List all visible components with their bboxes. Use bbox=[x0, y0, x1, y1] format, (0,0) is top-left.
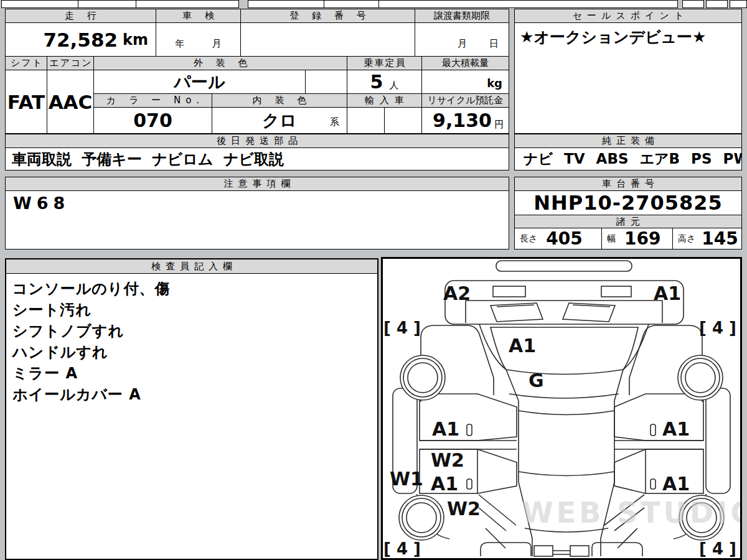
registration-header: 登 録 番 号 bbox=[240, 9, 415, 23]
damage-label: [ 4 ] bbox=[699, 320, 736, 336]
damage-label: A1 bbox=[662, 475, 690, 493]
inspector-note-line: ミラー A bbox=[12, 363, 371, 384]
aircon-header: エアコン bbox=[47, 56, 94, 70]
top-strip-cell bbox=[78, 0, 136, 8]
chassis-header: 車台番号 bbox=[514, 177, 742, 191]
inspector-note-line: ホイールカバー A bbox=[12, 384, 371, 405]
imported-header: 輸 入 車 bbox=[347, 93, 422, 108]
spec-length: 長さ405 bbox=[514, 228, 602, 250]
damage-label: W1 bbox=[390, 470, 423, 488]
color-no-header: カ ラ ー No. bbox=[93, 93, 212, 108]
interior-color-value: クロ 系 bbox=[212, 107, 347, 134]
top-strip-cell bbox=[706, 0, 728, 8]
max-load-header: 最大積載量 bbox=[421, 56, 509, 70]
shift-value: FAT bbox=[5, 70, 47, 134]
inspector-note-line: シート汚れ bbox=[12, 299, 371, 320]
chassis-value: NHP10-2705825 bbox=[514, 190, 742, 215]
shift-header: シフト bbox=[5, 56, 47, 70]
damage-label: G bbox=[529, 371, 544, 390]
notes-value: W68 bbox=[5, 190, 509, 250]
damage-label: W2 bbox=[447, 500, 481, 518]
top-strip-cell bbox=[730, 0, 747, 8]
sales-point-header: セールスポイント bbox=[514, 9, 742, 23]
top-strip-cell bbox=[682, 0, 704, 8]
inspector-note-line: コンソールのり付、傷 bbox=[12, 278, 371, 299]
car-diagram: WEB STUDIO.PRO bbox=[381, 257, 742, 560]
max-load-value: kg bbox=[421, 70, 509, 94]
inspector-notes-header: 検査員記入欄 bbox=[6, 259, 377, 274]
inspector-notes-list: コンソールのり付、傷シート汚れシフトノブすれハンドルすれミラー Aホイールカバー… bbox=[6, 274, 377, 409]
shaken-header: 車 検 bbox=[156, 9, 241, 23]
damage-label: A1 bbox=[662, 420, 690, 439]
color-no-value: 070 bbox=[93, 107, 212, 134]
top-strip-cell bbox=[1, 0, 78, 8]
mileage-header: 走 行 bbox=[5, 9, 156, 23]
capacity-header: 乗車定員 bbox=[347, 56, 422, 70]
exterior-color-header: 外 装 色 bbox=[93, 56, 347, 70]
top-strip-cell bbox=[324, 0, 379, 8]
equipment-value: ナビ TV ABS エアB PS PW bbox=[514, 147, 742, 170]
damage-label: A1 bbox=[654, 284, 681, 303]
registration-value bbox=[240, 22, 415, 57]
imported-value-cell bbox=[384, 107, 422, 134]
damage-label: A1 bbox=[432, 420, 459, 439]
exterior-color-value: パール bbox=[93, 70, 306, 94]
inspector-notes-box: 検査員記入欄 コンソールのり付、傷シート汚れシフトノブすれハンドルすれミラー A… bbox=[5, 258, 378, 560]
shaken-value: 年月 bbox=[156, 22, 241, 57]
inspector-note-line: シフトノブすれ bbox=[12, 320, 371, 342]
spec-height: 高さ145 bbox=[672, 228, 742, 250]
damage-label: W2 bbox=[431, 451, 464, 470]
notes-header: 注意事項欄 bbox=[5, 177, 509, 191]
deadline-value: 月日 bbox=[415, 22, 509, 57]
car-diagram-inner: WEB STUDIO.PRO bbox=[381, 257, 742, 560]
inspector-note-line: ハンドルすれ bbox=[12, 342, 371, 363]
sales-point-value: ★オークションデビュー★ bbox=[514, 22, 742, 134]
damage-label: A1 bbox=[509, 337, 536, 355]
damage-label: A1 bbox=[431, 475, 458, 493]
specs-header: 諸元 bbox=[514, 215, 742, 228]
diagram-labels: A2A1A1G[ 4 ][ 4 ]A1A1W2A1A1W1W2[ 4 ][ 4 … bbox=[381, 257, 742, 560]
top-strip-cell bbox=[136, 0, 239, 8]
capacity-value: 5人 bbox=[347, 70, 422, 94]
interior-color-header: 内 装 色 bbox=[212, 93, 347, 108]
recycle-fee-header: リサイクル預託金 bbox=[421, 93, 509, 108]
imported-value-cell bbox=[347, 107, 385, 134]
damage-label: [ 4 ] bbox=[383, 541, 421, 557]
damage-label: [ 4 ] bbox=[383, 320, 421, 336]
later-parts-value: 車両取説 予備キー ナビロム ナビ取説 bbox=[5, 147, 509, 170]
damage-label: [ 4 ] bbox=[699, 541, 736, 557]
auction-sheet: 走 行 車 検 登 録 番 号 譲渡書類期限 72,582km 年月 月日 シフ… bbox=[0, 0, 747, 560]
top-strip-cell bbox=[378, 0, 678, 8]
interior-color-suffix: 系 bbox=[330, 116, 339, 128]
damage-label: A2 bbox=[443, 284, 471, 303]
equipment-header: 純正装備 bbox=[514, 134, 742, 148]
aircon-value: AAC bbox=[47, 70, 94, 134]
top-strip-cell bbox=[248, 0, 324, 8]
later-parts-header: 後日発送部品 bbox=[5, 134, 509, 148]
exterior-color-sub-cell bbox=[305, 70, 347, 94]
spec-width: 幅169 bbox=[601, 228, 673, 250]
recycle-fee-value: 9,130円 bbox=[421, 107, 509, 134]
deadline-header: 譲渡書類期限 bbox=[415, 9, 509, 23]
mileage-value: 72,582km bbox=[5, 22, 156, 57]
